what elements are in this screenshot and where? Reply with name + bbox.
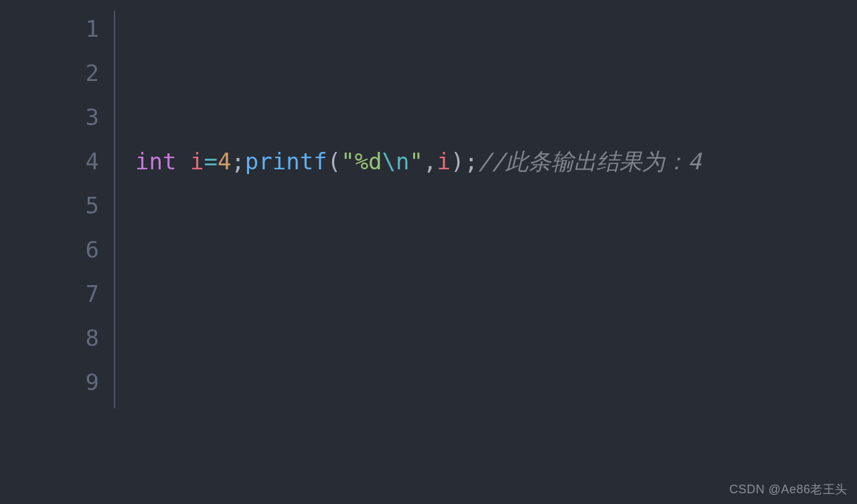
token-punct: ) [327,501,341,504]
token-string-quote: " [313,501,327,504]
code-line: int i=4;printf("%d\n",i);//此条输出结果为：4 [135,139,706,183]
line-number-gutter: 1 2 3 4 5 6 7 8 9 [0,7,114,504]
code-line [135,316,706,360]
token-punct: ; [341,501,354,504]
line-number: 8 [0,316,99,360]
token-comment: //此条输出结果为：4 [478,148,701,175]
token-function: printf [135,501,218,504]
code-editor: 1 2 3 4 5 6 7 8 9 int i=4;printf("%d\n",… [0,0,857,504]
line-number: 5 [0,183,99,228]
code-line: printf("%%d\n");//此条语句输出结果为：%d [135,493,706,504]
line-number: 4 [0,139,99,183]
token-punct: ( [218,501,231,504]
token-identifier: i [190,148,204,175]
token-string-quote: " [231,501,244,504]
token-string-quote: " [410,148,423,175]
token-string: %%d [245,501,286,504]
line-number: 2 [0,51,99,95]
token-function: printf [245,148,327,175]
token-punct: ; [231,148,244,175]
token-space [176,148,189,175]
token-identifier: i [437,148,451,175]
line-number: 3 [0,95,99,139]
token-operator: = [204,148,217,175]
token-punct: ( [327,148,341,175]
line-number: 9 [0,360,99,404]
watermark: CSDN @Ae86老王头 [729,481,848,497]
token-string: %d [355,148,382,175]
line-number: 1 [0,7,99,51]
token-escape: \n [286,501,313,504]
token-string-quote: " [341,148,354,175]
token-comment: //此条语句输出结果为：%d [355,501,637,504]
line-number: 7 [0,272,99,316]
token-keyword: int [135,148,176,175]
line-number: 6 [0,228,99,272]
token-number: 4 [218,148,231,175]
token-punct: ; [464,148,477,175]
code-area: int i=4;printf("%d\n",i);//此条输出结果为：4 pri… [115,7,706,504]
token-escape: \n [382,148,410,175]
token-punct: ) [451,148,464,175]
token-punct: , [423,148,437,175]
